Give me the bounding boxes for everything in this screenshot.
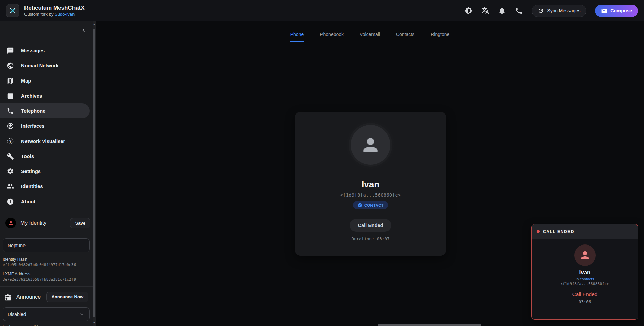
lxmf-address-value: 3e7e2e37621635587fb83a381c71c2f9 [3,277,96,282]
scroll-down-arrow-icon[interactable]: ▼ [93,321,96,324]
tab-phonebook[interactable]: Phonebook [319,29,344,42]
main-content: Phone Phonebook Voicemail Contacts Ringt… [96,21,644,326]
call-duration: Duration: 03:07 [295,236,446,241]
identity-hash-label: Identity Hash [3,257,96,262]
notification-header-label: CALL ENDED [543,229,574,234]
mesh-x-icon [8,6,17,15]
sync-messages-label: Sync Messages [547,8,580,13]
sidebar-scrollbar-thumb[interactable] [93,29,95,317]
network-question-icon: ? [7,138,14,145]
top-header: Reticulum MeshChatX Custom fork by Sudo-… [0,0,644,21]
contact-badge: CONTACT [353,201,388,209]
notification-contact-name: Ivan [532,269,638,276]
sidebar-item-identities[interactable]: Identities [0,179,96,194]
svg-text:?: ? [9,139,12,143]
sidebar-item-label: Archives [21,93,42,99]
phone-icon[interactable] [515,7,523,15]
sidebar: Messages Nomad Network Map Archives Tele… [0,21,96,326]
scroll-up-arrow-icon[interactable]: ▲ [93,23,96,26]
tab-ringtone[interactable]: Ringtone [430,29,450,42]
app-window: Reticulum MeshChatX Custom fork by Sudo-… [0,0,644,326]
sidebar-item-interfaces[interactable]: Interfaces [0,118,96,133]
sidebar-item-label: Telephone [21,108,45,114]
title-block: Reticulum MeshChatX Custom fork by Sudo-… [24,4,84,17]
notification-status: Call Ended [532,291,638,297]
announce-interval-value: Disabled [8,312,26,317]
sidebar-item-messages[interactable]: Messages [0,43,96,58]
sidebar-item-label: About [21,199,35,204]
announce-title: Announce [16,294,41,300]
announce-interval-select[interactable]: Disabled [3,307,90,321]
sidebar-item-label: Nomad Network [21,63,59,68]
sidebar-item-label: Interfaces [21,123,45,129]
sync-messages-button[interactable]: Sync Messages [532,5,586,17]
lxmf-address-label: LXMF Address [3,272,96,276]
wrench-icon [7,153,14,160]
telephone-tabbar: Phone Phonebook Voicemail Contacts Ringt… [227,29,512,42]
notification-contact-hash: <f1d9f8fa...560860fc> [532,282,638,286]
app-logo [6,4,19,17]
notification-duration: 03:06 [532,299,638,304]
sidebar-item-label: Settings [21,169,41,174]
divider [0,233,96,233]
sidebar-item-map[interactable]: Map [0,73,96,88]
call-avatar [351,125,390,165]
header-actions: Sync Messages Compose [464,5,638,17]
notification-avatar [574,245,596,266]
map-icon [7,77,14,85]
identity-name-input[interactable] [3,238,90,252]
sidebar-item-settings[interactable]: Settings [0,164,96,179]
notification-header: CALL ENDED [532,224,638,239]
verified-icon [357,203,362,208]
collapse-sidebar-button[interactable] [80,27,87,34]
sidebar-nav: Messages Nomad Network Map Archives Tele… [0,39,96,213]
gear-icon [7,168,14,175]
sidebar-item-archives[interactable]: Archives [0,88,96,103]
sidebar-item-about[interactable]: About [0,194,96,209]
tab-contacts[interactable]: Contacts [395,29,415,42]
theme-contrast-icon[interactable] [464,7,473,15]
sidebar-scrollbar[interactable]: ▲ ▼ [93,21,96,326]
sidebar-item-nomad-network[interactable]: Nomad Network [0,58,96,73]
sidebar-collapse-row [0,21,96,39]
call-ended-notification[interactable]: CALL ENDED Ivan In contacts <f1d9f8fa...… [531,224,638,320]
tab-voicemail[interactable]: Voicemail [359,29,381,42]
sidebar-item-telephone[interactable]: Telephone [0,103,90,118]
compose-button[interactable]: Compose [595,5,638,17]
in-contacts-link[interactable]: In contacts [532,277,638,281]
sidebar-item-label: Tools [21,154,34,159]
announce-row: Announce Announce Now [0,287,96,307]
my-identity-title: My Identity [20,220,46,226]
contact-badge-label: CONTACT [364,203,384,207]
call-contact-name: Ivan [295,179,446,190]
save-button[interactable]: Save [70,218,90,228]
refresh-icon [538,8,544,14]
sidebar-item-tools[interactable]: Tools [0,149,96,164]
identity-hash-value: effe95b0482d7b6c04844977d17e0c36 [3,263,96,267]
telephone-icon [7,107,14,115]
identity-avatar [5,218,16,228]
globe-icon [7,62,14,69]
person-icon [8,220,14,226]
radio-icon [4,293,12,301]
archive-icon [7,92,14,100]
horizontal-scrollbar-thumb[interactable] [378,324,481,326]
sidebar-item-label: Network Visualiser [21,139,65,144]
chat-icon [7,47,14,54]
announce-now-button[interactable]: Announce Now [46,292,88,302]
notifications-bell-icon[interactable] [498,7,506,15]
tab-phone[interactable]: Phone [290,29,304,42]
call-status-pill: Call Ended [350,219,392,232]
my-identity-row: My Identity Save [0,213,96,233]
app-subtitle: Custom fork by Sudo-Ivan [24,12,84,17]
translate-icon[interactable] [481,7,489,15]
chevron-down-icon [79,311,85,317]
app-title: Reticulum MeshChatX [24,4,84,11]
call-contact-hash: <f1d9f8fa...560860fc> [295,192,446,198]
call-card: Ivan <f1d9f8fa...560860fc> CONTACT Call … [295,112,446,256]
sidebar-item-label: Messages [21,48,45,53]
author-link[interactable]: Sudo-Ivan [55,12,75,17]
compose-label: Compose [610,8,632,13]
sidebar-item-network-visualiser[interactable]: ? Network Visualiser [0,133,96,149]
mail-icon [601,8,607,14]
